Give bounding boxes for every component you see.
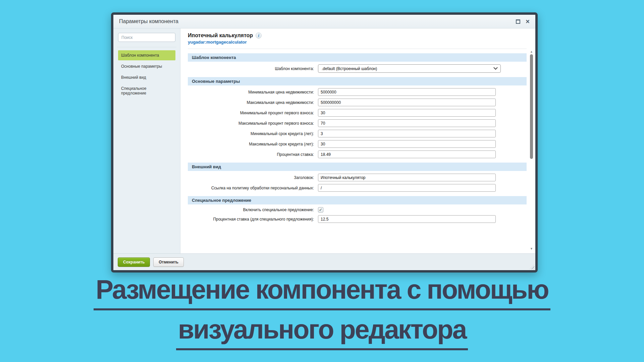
select-value: .default (Встроенный шаблон) xyxy=(322,66,377,71)
maximize-icon[interactable] xyxy=(516,19,520,24)
search-input[interactable] xyxy=(118,33,175,42)
section-header: Специальное предложение xyxy=(188,196,527,204)
form-row: Максимальный срок кредита (лет): xyxy=(188,140,527,148)
enable-special-offer-label: Включить специальное предложение: xyxy=(188,207,318,212)
header-divider xyxy=(188,49,527,49)
min-credit-term-years-label: Минимальный срок кредита (лет): xyxy=(188,131,318,136)
scrollbar-thumb[interactable] xyxy=(530,54,533,159)
component-parameters-dialog: Параметры компонента × Шаблон компонента… xyxy=(111,12,538,273)
component-template-select[interactable]: .default (Встроенный шаблон) xyxy=(318,64,501,73)
min-property-price-input[interactable] xyxy=(318,88,496,96)
component-template-label: Шаблон компонента: xyxy=(188,66,318,71)
component-header: Ипотечный калькулятор i xyxy=(188,33,527,39)
caption-line-2: визуального редактора xyxy=(176,316,468,350)
sidebar: Шаблон компонентаОсновные параметрыВнешн… xyxy=(113,28,180,253)
form-area: Шаблон компонентаШаблон компонента:.defa… xyxy=(188,53,527,223)
max-first-payment-percent-input[interactable] xyxy=(318,119,496,127)
dialog-footer: Сохранить Отменить xyxy=(113,253,535,270)
close-icon[interactable]: × xyxy=(526,18,530,25)
resize-grip-icon[interactable] xyxy=(530,264,534,269)
max-property-price-input[interactable] xyxy=(318,99,496,106)
section-header: Основные параметры xyxy=(188,77,527,85)
form-row: Максимальный процент первого взноса: xyxy=(188,119,527,127)
form-row: Заголовок: xyxy=(188,174,527,181)
caption-line-1: Размещение компонента с помощью xyxy=(94,276,550,310)
form-row: Процентная ставка (для специального пред… xyxy=(188,215,527,223)
max-credit-term-years-input[interactable] xyxy=(318,140,496,148)
interest-rate-label: Процентная ставка: xyxy=(188,152,318,157)
sidebar-item[interactable]: Внешний вид xyxy=(118,72,175,82)
component-title: Ипотечный калькулятор xyxy=(188,33,253,39)
sidebar-item[interactable]: Специальное предложение xyxy=(118,83,175,98)
form-row: Максимальная цена недвижимости: xyxy=(188,99,527,106)
section-header: Шаблон компонента xyxy=(188,53,527,62)
max-property-price-label: Максимальная цена недвижимости: xyxy=(188,100,318,105)
info-icon[interactable]: i xyxy=(256,33,262,39)
min-first-payment-percent-label: Минимальный процент первого взноса: xyxy=(188,111,318,115)
component-name-link[interactable]: yugadar:mortgagecalculator xyxy=(188,40,247,45)
min-first-payment-percent-input[interactable] xyxy=(318,109,496,117)
page-background: Параметры компонента × Шаблон компонента… xyxy=(0,0,644,362)
caption: Размещение компонента с помощью визуальн… xyxy=(0,276,644,350)
scroll-up-icon[interactable]: ▲ xyxy=(530,50,533,53)
special-offer-interest-rate-input[interactable] xyxy=(318,215,496,223)
sidebar-item[interactable]: Основные параметры xyxy=(118,61,175,71)
dialog-titlebar[interactable]: Параметры компонента × xyxy=(113,15,535,28)
caption-row-2: визуального редактора xyxy=(0,316,644,350)
enable-special-offer-checkbox[interactable]: ✓ xyxy=(318,207,323,213)
personal-data-policy-link-label: Ссылка на политику обработки персональны… xyxy=(188,186,318,190)
dialog-title: Параметры компонента xyxy=(119,18,178,24)
max-first-payment-percent-label: Максимальный процент первого взноса: xyxy=(188,121,318,126)
form-row: Минимальный срок кредита (лет): xyxy=(188,130,527,137)
form-row: Процентная ставка: xyxy=(188,150,527,158)
window-controls: × xyxy=(516,18,530,25)
sidebar-item[interactable]: Шаблон компонента xyxy=(118,50,175,60)
caption-row-1: Размещение компонента с помощью xyxy=(0,276,644,310)
scroll-down-icon[interactable]: ▼ xyxy=(530,247,533,250)
chevron-down-icon xyxy=(493,65,498,70)
main-panel: Ипотечный калькулятор i yugadar:mortgage… xyxy=(180,28,535,253)
header-title-input[interactable] xyxy=(318,174,496,181)
personal-data-policy-link-input[interactable] xyxy=(318,184,496,192)
form-row: Минимальный процент первого взноса: xyxy=(188,109,527,117)
dialog-body: Шаблон компонентаОсновные параметрыВнешн… xyxy=(113,28,535,253)
scrollbar[interactable]: ▲ ▼ xyxy=(529,50,534,250)
cancel-button[interactable]: Отменить xyxy=(153,257,184,267)
header-title-label: Заголовок: xyxy=(188,175,318,180)
section-header: Внешний вид xyxy=(188,163,527,171)
form-row: Шаблон компонента:.default (Встроенный ш… xyxy=(188,64,527,73)
form-row: Минимальная цена недвижимости: xyxy=(188,88,527,96)
form-row: Ссылка на политику обработки персональны… xyxy=(188,184,527,192)
save-button[interactable]: Сохранить xyxy=(118,257,150,267)
sidebar-divider xyxy=(117,47,176,47)
form-row: Включить специальное предложение:✓ xyxy=(188,207,527,213)
min-credit-term-years-input[interactable] xyxy=(318,130,496,137)
min-property-price-label: Минимальная цена недвижимости: xyxy=(188,90,318,95)
sidebar-list: Шаблон компонентаОсновные параметрыВнешн… xyxy=(118,50,175,98)
special-offer-interest-rate-label: Процентная ставка (для специального пред… xyxy=(188,217,318,222)
interest-rate-input[interactable] xyxy=(318,150,496,158)
max-credit-term-years-label: Максимальный срок кредита (лет): xyxy=(188,142,318,146)
